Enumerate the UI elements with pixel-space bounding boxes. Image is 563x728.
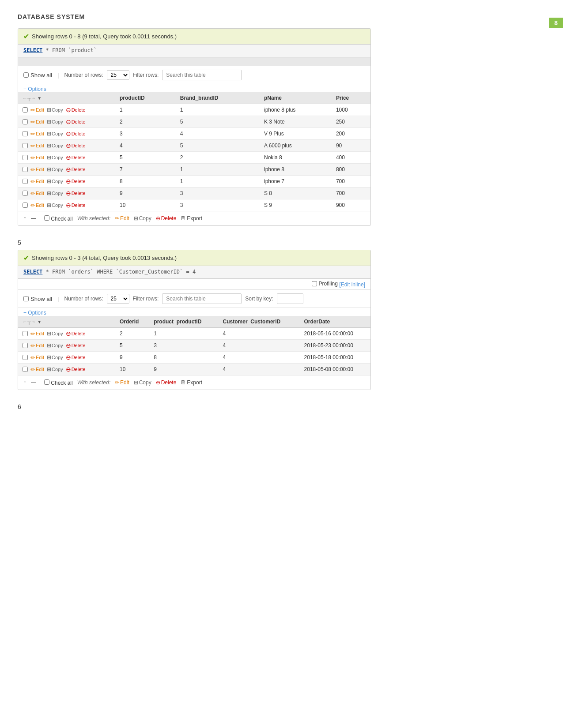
edit-btn[interactable]: ✏ Edit (30, 119, 44, 125)
show-all-checkbox[interactable] (23, 72, 29, 78)
edit2-btn[interactable]: ✏ Edit (30, 366, 44, 373)
profiling-checkbox[interactable] (312, 281, 317, 286)
edit-btn[interactable]: ✏ Edit (30, 178, 44, 185)
check-all-label[interactable]: Check all (44, 215, 73, 222)
row-checkbox[interactable] (23, 143, 28, 148)
table-row: ✏ Edit ⊞ Copy ⊖ Delete 10 9 4 2018-05-08… (18, 364, 370, 375)
edit-btn[interactable]: ✏ Edit (30, 166, 44, 173)
copy-btn[interactable]: ⊞ Copy (47, 178, 63, 184)
row-checkbox[interactable] (23, 179, 28, 184)
page-badge: 8 (549, 18, 563, 28)
search2-input[interactable] (162, 293, 242, 304)
delete2-btn[interactable]: ⊖ Delete (66, 366, 86, 373)
copy2-btn[interactable]: ⊞ Copy (47, 342, 63, 349)
copy-btn[interactable]: ⊞ Copy (47, 190, 63, 196)
col-header-productID[interactable]: productID (115, 92, 176, 104)
edit-btn[interactable]: ✏ Edit (30, 143, 44, 149)
show-all-label[interactable]: Show all (23, 72, 52, 79)
show-all2-label[interactable]: Show all (23, 296, 52, 302)
delete-btn[interactable]: ⊖ Delete (66, 178, 86, 185)
copy2-btn[interactable]: ⊞ Copy (47, 354, 63, 360)
row-checkbox[interactable] (23, 155, 28, 160)
delete-btn[interactable]: ⊖ Delete (66, 166, 86, 173)
row-checkbox[interactable] (23, 131, 28, 136)
table2-options-bar[interactable]: + Options (18, 308, 370, 316)
col2-header-customer[interactable]: Customer_CustomerID (219, 316, 300, 328)
sort-key-input[interactable]: None (277, 293, 303, 304)
table1-container: ✔ Showing rows 0 - 8 (9 total, Query too… (18, 28, 371, 226)
copy-btn[interactable]: ⊞ Copy (47, 119, 63, 125)
options2-link[interactable]: + Options (23, 310, 46, 316)
delete-btn[interactable]: ⊖ Delete (66, 190, 86, 197)
row-checkbox[interactable] (23, 203, 28, 208)
options-link[interactable]: + Options (23, 86, 46, 92)
row2-checkbox[interactable] (23, 343, 28, 348)
delete2-btn[interactable]: ⊖ Delete (66, 330, 86, 337)
check-all-checkbox[interactable] (44, 215, 49, 221)
check-all2-checkbox[interactable] (44, 379, 49, 385)
copy2-btn[interactable]: ⊞ Copy (47, 366, 63, 372)
sort2-triangle[interactable]: ▼ (37, 319, 42, 324)
page-title: DATABASE SYSTEM (18, 13, 545, 20)
delete-btn[interactable]: ⊖ Delete (66, 202, 86, 209)
divider: | (57, 72, 59, 79)
copy-btn[interactable]: ⊞ Copy (47, 166, 63, 173)
with-selected2-text: With selected: (77, 379, 110, 386)
col2-header-orderdate[interactable]: OrderDate (300, 316, 370, 328)
row-checkbox[interactable] (23, 167, 28, 172)
col-header-brandID[interactable]: Brand_brandID (176, 92, 260, 104)
col-header-pName[interactable]: pName (260, 92, 332, 104)
footer2-delete-btn[interactable]: ⊖ Delete (156, 379, 177, 386)
row2-checkbox[interactable] (23, 331, 28, 336)
row-checkbox[interactable] (23, 119, 28, 124)
edit-btn[interactable]: ✏ Edit (30, 107, 44, 113)
edit2-btn[interactable]: ✏ Edit (30, 342, 44, 349)
copy-btn[interactable]: ⊞ Copy (47, 107, 63, 113)
rows2-select[interactable]: 25 50 100 (107, 294, 129, 304)
search-input[interactable] (162, 70, 242, 80)
edit2-btn[interactable]: ✏ Edit (30, 354, 44, 361)
copy-btn[interactable]: ⊞ Copy (47, 202, 63, 208)
delete2-btn[interactable]: ⊖ Delete (66, 354, 86, 361)
copy-icon: ⊞ (134, 215, 138, 221)
copy2-btn[interactable]: ⊞ Copy (47, 330, 63, 337)
copy-btn[interactable]: ⊞ Copy (47, 154, 63, 161)
footer2-edit-btn[interactable]: ✏ Edit (115, 379, 129, 386)
footer-edit-btn[interactable]: ✏ Edit (115, 215, 129, 221)
section2-number: 5 (18, 239, 545, 246)
row2-checkbox[interactable] (23, 367, 28, 372)
table1-options-bar[interactable]: + Options (18, 84, 370, 92)
copy-btn[interactable]: ⊞ Copy (47, 143, 63, 149)
row-checkbox[interactable] (23, 107, 28, 113)
edit2-btn[interactable]: ✏ Edit (30, 330, 44, 337)
check-all2-label[interactable]: Check all (44, 379, 73, 386)
col-header-price[interactable]: Price (332, 92, 370, 104)
delete2-btn[interactable]: ⊖ Delete (66, 342, 86, 349)
col2-header-product[interactable]: product_productID (149, 316, 218, 328)
col2-header-orderid[interactable]: OrderId (115, 316, 149, 328)
copy-btn[interactable]: ⊞ Copy (47, 131, 63, 137)
edit-btn[interactable]: ✏ Edit (30, 154, 44, 161)
delete-btn[interactable]: ⊖ Delete (66, 130, 86, 137)
delete-btn[interactable]: ⊖ Delete (66, 142, 86, 149)
sort-triangle[interactable]: ▼ (37, 96, 42, 101)
edit-btn[interactable]: ✏ Edit (30, 202, 44, 209)
show-all2-checkbox[interactable] (23, 296, 29, 301)
rows-select[interactable]: 25 50 100 (107, 70, 129, 80)
row-checkbox[interactable] (23, 191, 28, 196)
delete-btn[interactable]: ⊖ Delete (66, 118, 86, 125)
row2-checkbox[interactable] (23, 355, 28, 360)
copy-row-icon: ⊞ (47, 154, 51, 161)
delete-btn[interactable]: ⊖ Delete (66, 154, 86, 161)
col2-header-actions: ←┬→ ▼ (18, 316, 115, 328)
edit-inline-link[interactable]: [Edit inline] (339, 281, 365, 288)
edit-btn[interactable]: ✏ Edit (30, 131, 44, 137)
footer-delete-btn[interactable]: ⊖ Delete (156, 215, 177, 221)
footer-copy-btn[interactable]: ⊞ Copy (134, 215, 151, 221)
footer2-export-btn[interactable]: 🖹 Export (181, 379, 202, 386)
edit-btn[interactable]: ✏ Edit (30, 190, 44, 197)
delete-btn[interactable]: ⊖ Delete (66, 106, 86, 113)
footer2-copy-btn[interactable]: ⊞ Copy (134, 379, 151, 386)
profiling-label[interactable]: Profiling (312, 281, 338, 287)
footer-export-btn[interactable]: 🖹 Export (181, 215, 202, 221)
